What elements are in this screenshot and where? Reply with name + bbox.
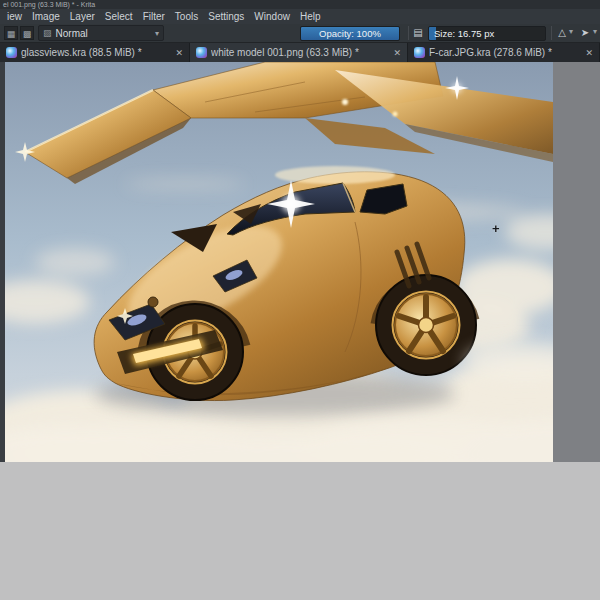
window-title: el 001.png (63.3 MiB) * - Krita — [3, 1, 95, 8]
mirror-arrow-icon[interactable]: ➤ — [578, 26, 592, 40]
chevron-down-icon[interactable]: ▾ — [569, 27, 573, 36]
krita-document-icon — [414, 47, 425, 58]
menu-select[interactable]: Select — [100, 11, 138, 22]
menu-filter[interactable]: Filter — [138, 11, 170, 22]
tab-glassviews[interactable]: glassviews.kra (88.5 MiB) * ✕ — [0, 43, 190, 62]
chevron-down-icon[interactable]: ▾ — [593, 27, 597, 36]
blending-mode-dropdown[interactable]: ▨ Normal ▾ — [38, 25, 164, 41]
tab-white-model[interactable]: white model 001.png (63.3 MiB) * ✕ — [190, 43, 408, 62]
crosshair-cursor: + — [492, 221, 500, 236]
blend-mode-value: Normal — [56, 28, 88, 39]
opacity-slider[interactable]: Opacity: 100% — [300, 26, 400, 41]
desktop-background — [0, 462, 600, 600]
menu-bar: iew Image Layer Select Filter Tools Sett… — [0, 9, 600, 24]
tab-label: glassviews.kra (88.5 MiB) * — [21, 47, 167, 58]
menu-settings[interactable]: Settings — [203, 11, 249, 22]
tab-label: F-car.JPG.kra (278.6 MiB) * — [429, 47, 577, 58]
gradient-tool-icon[interactable]: △ — [555, 26, 569, 40]
krita-window: el 001.png (63.3 MiB) * - Krita iew Imag… — [0, 0, 600, 600]
toolbar-separator — [408, 26, 409, 40]
krita-document-icon — [6, 47, 17, 58]
rear-wheel — [376, 275, 476, 375]
gradient-chooser-icon[interactable]: ▦ — [4, 26, 18, 40]
opacity-value: Opacity: 100% — [319, 28, 381, 39]
menu-image[interactable]: Image — [27, 11, 65, 22]
checker-icon: ▨ — [43, 28, 52, 38]
main-toolbar: ▦ ▩ ▨ Normal ▾ Opacity: 100% ▤ Size: 16.… — [0, 24, 600, 43]
chevron-down-icon: ▾ — [155, 29, 159, 38]
close-icon[interactable]: ✕ — [393, 48, 401, 58]
close-icon[interactable]: ✕ — [175, 48, 183, 58]
brush-size-slider[interactable]: Size: 16.75 px — [428, 26, 546, 41]
menu-view[interactable]: iew — [2, 11, 27, 22]
menu-tools[interactable]: Tools — [170, 11, 203, 22]
title-bar: el 001.png (63.3 MiB) * - Krita — [0, 0, 600, 9]
canvas-image-golden-car-scene[interactable] — [5, 62, 553, 462]
document-tabs: glassviews.kra (88.5 MiB) * ✕ white mode… — [0, 43, 600, 62]
pattern-chooser-icon[interactable]: ▩ — [20, 26, 34, 40]
close-icon[interactable]: ✕ — [585, 48, 593, 58]
brush-size-value: Size: 16.75 px — [434, 28, 494, 39]
menu-window[interactable]: Window — [249, 11, 295, 22]
tab-f-car[interactable]: F-car.JPG.kra (278.6 MiB) * ✕ — [408, 43, 600, 62]
krita-document-icon — [196, 47, 207, 58]
menu-help[interactable]: Help — [295, 11, 326, 22]
toolbar-separator-2 — [551, 26, 552, 40]
menu-layer[interactable]: Layer — [65, 11, 100, 22]
brush-settings-icon[interactable]: ▤ — [411, 26, 425, 40]
canvas-area[interactable]: + — [0, 62, 600, 462]
tab-label: white model 001.png (63.3 MiB) * — [211, 47, 385, 58]
